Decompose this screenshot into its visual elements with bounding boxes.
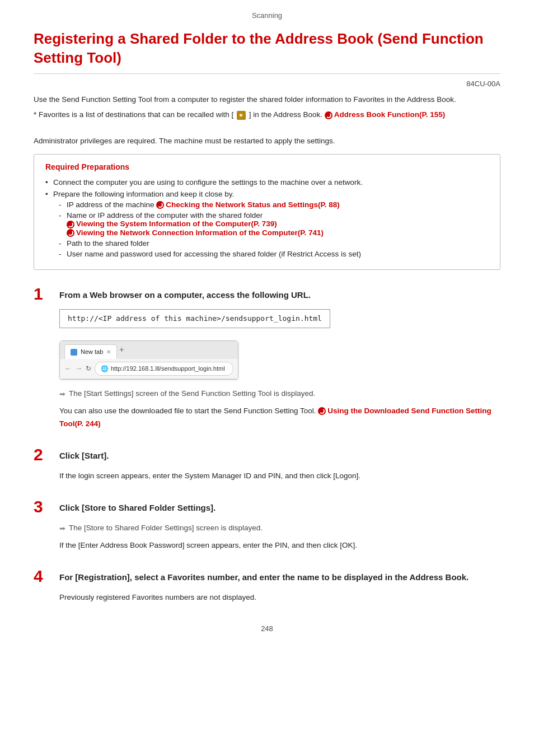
step-4-title: For [Registration], select a Favorites n… bbox=[59, 568, 469, 583]
browser-tab-bar: New tab ✕ + bbox=[60, 341, 238, 359]
back-icon[interactable]: ← bbox=[64, 362, 72, 375]
net-conn-link-icon bbox=[67, 229, 74, 237]
step-2-note: If the login screen appears, enter the S… bbox=[59, 470, 500, 483]
step-3-title: Click [Store to Shared Folder Settings]. bbox=[59, 498, 216, 514]
step-3-body: ➡ The [Store to Shared Folder Settings] … bbox=[59, 522, 500, 552]
req-sub-item-3: Path to the shared folder bbox=[59, 239, 489, 248]
required-preparations-box: Required Preparations Connect the comput… bbox=[34, 154, 500, 270]
refresh-icon[interactable]: ↻ bbox=[86, 363, 91, 374]
network-status-link[interactable]: Checking the Network Status and Settings… bbox=[166, 200, 339, 209]
page-title: Registering a Shared Folder to the Addre… bbox=[34, 30, 500, 74]
browser-tab: New tab ✕ bbox=[64, 344, 117, 359]
intro-line2: * Favorites is a list of destinations th… bbox=[34, 109, 500, 121]
favorites-star-icon: ★ bbox=[237, 111, 246, 120]
step-3-number: 3 bbox=[34, 498, 54, 515]
breadcrumb: Scanning bbox=[34, 11, 500, 20]
forward-icon[interactable]: → bbox=[75, 362, 82, 375]
step-3-note2: If the [Enter Address Book Password] scr… bbox=[59, 539, 500, 552]
arrow-icon-2: ➡ bbox=[59, 522, 65, 535]
network-status-link-icon bbox=[156, 201, 164, 209]
req-item-1: Connect the computer you are using to co… bbox=[45, 178, 489, 186]
downloaded-tool-link-icon bbox=[318, 407, 326, 415]
tab-add-icon[interactable]: + bbox=[119, 343, 124, 359]
step-2-number: 2 bbox=[34, 446, 54, 463]
req-sub-item-2: Name or IP address of the computer with … bbox=[59, 211, 489, 237]
req-sub-list: IP address of the machine Checking the N… bbox=[53, 200, 489, 258]
admin-note: Administrator privileges are required. T… bbox=[34, 137, 500, 145]
page-footer: 248 bbox=[34, 624, 500, 633]
step-1-number: 1 bbox=[34, 286, 54, 302]
req-sub-item-1: IP address of the machine Checking the N… bbox=[59, 200, 489, 209]
req-sub-item-4: User name and password used for accessin… bbox=[59, 250, 489, 258]
step-4-number: 4 bbox=[34, 568, 54, 585]
req-box-title: Required Preparations bbox=[45, 162, 489, 171]
step-2-title: Click [Start]. bbox=[59, 446, 109, 461]
step-3-note1: ➡ The [Store to Shared Folder Settings] … bbox=[59, 522, 500, 535]
tab-close-icon[interactable]: ✕ bbox=[106, 347, 111, 357]
url-box: http://<IP address of this machine>/send… bbox=[59, 309, 330, 328]
globe-icon: 🌐 bbox=[101, 363, 109, 374]
arrow-icon: ➡ bbox=[59, 388, 65, 400]
tab-favicon-icon bbox=[71, 349, 77, 356]
browser-url-bar[interactable]: 🌐 http://192.168.1.lll/sendsupport_login… bbox=[95, 362, 233, 376]
intro-line1: Use the Send Function Setting Tool from … bbox=[34, 94, 500, 106]
step-1: 1 From a Web browser on a computer, acce… bbox=[34, 286, 500, 431]
step-1-body: http://<IP address of this machine>/send… bbox=[59, 309, 500, 431]
step-4-body: Previously registered Favorites numbers … bbox=[59, 591, 500, 604]
browser-nav-bar: ← → ↻ 🌐 http://192.168.1.lll/sendsupport… bbox=[60, 359, 238, 379]
address-book-link-icon bbox=[325, 111, 332, 119]
browser-tab-label: New tab bbox=[81, 347, 103, 357]
intro-line2-suffix: ] in the Address Book. bbox=[249, 110, 322, 119]
step-4-note: Previously registered Favorites numbers … bbox=[59, 591, 500, 604]
intro-line2-prefix: * Favorites is a list of destinations th… bbox=[34, 110, 233, 119]
step-4: 4 For [Registration], select a Favorites… bbox=[34, 568, 500, 604]
address-book-link[interactable]: Address Book Function(P. 155) bbox=[334, 110, 446, 119]
req-list: Connect the computer you are using to co… bbox=[45, 178, 489, 258]
step-3: 3 Click [Store to Shared Folder Settings… bbox=[34, 498, 500, 552]
step-2-body: If the login screen appears, enter the S… bbox=[59, 470, 500, 483]
sys-info-link-icon bbox=[67, 221, 74, 228]
sys-info-link[interactable]: Viewing the System Information of the Co… bbox=[76, 220, 277, 228]
doc-id: 84CU-00A bbox=[34, 80, 500, 88]
step-1-note2: You can also use the downloaded file to … bbox=[59, 405, 500, 431]
browser-mockup: New tab ✕ + ← → ↻ 🌐 http://192.168.1.lll… bbox=[59, 340, 238, 379]
browser-url-text: http://192.168.1.lll/sendsupport_login.h… bbox=[111, 363, 225, 374]
net-conn-link[interactable]: Viewing the Network Connection Informati… bbox=[76, 228, 324, 237]
req-item-2: Prepare the following information and ke… bbox=[45, 190, 489, 258]
step-1-note1: ➡ The [Start Settings] screen of the Sen… bbox=[59, 388, 500, 400]
step-2: 2 Click [Start]. If the login screen app… bbox=[34, 446, 500, 483]
step-1-title: From a Web browser on a computer, access… bbox=[59, 286, 311, 301]
